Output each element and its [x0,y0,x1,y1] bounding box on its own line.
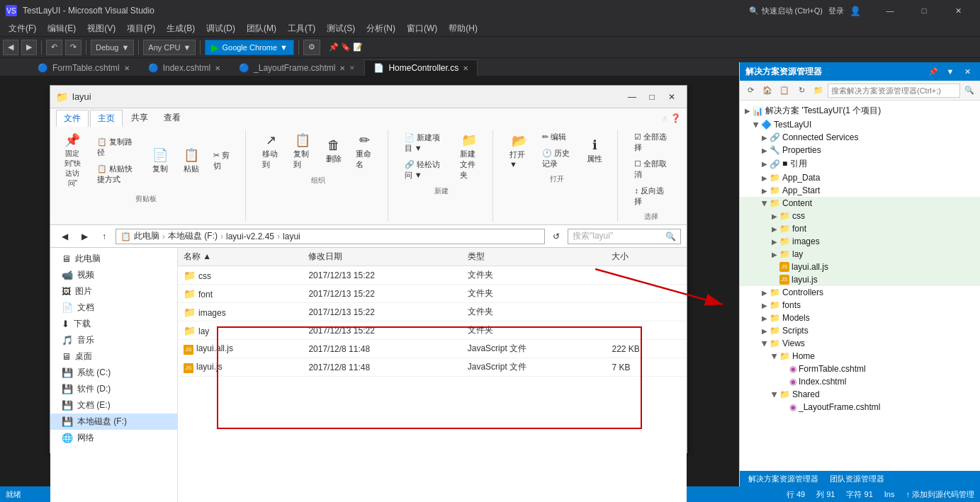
status-ready[interactable]: 就绪 [6,489,21,500]
tree-models[interactable]: ▶ 📁 Models [740,312,980,324]
sidebar-network[interactable]: 🌐 网络 [50,430,177,446]
file-row-layui-all-js[interactable]: JSlayui.all.js 2017/12/8 11:48 JavaScrip… [178,340,687,358]
copy-to-btn[interactable]: 📋 复制到 [288,130,317,173]
pin-quickaccess-btn[interactable]: 📌 固定到"快达访问" [56,130,89,191]
tree-content-layui-js[interactable]: ▶ JS layui.js [740,273,980,286]
new-folder-btn[interactable]: 📁 新建文件夹 [455,130,484,183]
minimize-button[interactable]: — [874,0,906,21]
tree-views-shared[interactable]: ▶ 📁 Shared [740,388,980,401]
sidebar-drive-f[interactable]: 💾 本地磁盘 (F:) [50,413,177,430]
forward-btn[interactable]: ▶ [21,40,37,55]
address-path[interactable]: 📋 此电脑 › 本地磁盘 (F:) › layui-v2.2.45 › layu… [116,229,545,244]
tab-close-homecontroller[interactable]: ✕ [463,64,468,72]
rename-btn[interactable]: ✏ 重命名 [351,130,379,173]
tree-formtable-cshtml[interactable]: ▶ ◉ FormTable.cshtml [740,363,980,375]
menu-project[interactable]: 项目(P) [121,21,161,36]
se-pin-btn[interactable]: 📌 [926,64,940,79]
move-to-btn[interactable]: ↗ 移动到 [257,130,286,173]
tree-project[interactable]: ▶ 🔷 TestLayUI [740,118,980,131]
up-nav-btn[interactable]: ↑ [96,228,113,245]
status-add-source[interactable]: ↑ 添加到源代码管理 [906,489,974,500]
tab-close-layout[interactable]: ✕ [339,64,345,72]
tree-layoutframe-cshtml[interactable]: ▶ ◉ _LayoutFrame.cshtml [740,401,980,413]
se-close-btn[interactable]: ✕ [960,64,974,79]
tree-content-images[interactable]: ▶ 📁 images [740,235,980,248]
col-type[interactable]: 类型 [462,248,607,266]
se-expand-btn[interactable]: ▼ [943,64,957,79]
sidebar-pictures[interactable]: 🖼 图片 [50,283,177,300]
attributes-btn[interactable]: ℹ 属性 [580,135,609,167]
back-nav-btn[interactable]: ◀ [56,228,73,245]
tree-references[interactable]: ▶ 🔗 ■ 引用 [740,156,980,171]
tree-app-start[interactable]: ▶ 📁 App_Start [740,184,980,197]
file-row-font[interactable]: 📁font 2017/12/13 15:22 文件夹 [178,285,687,303]
status-line[interactable]: 行 49 [787,489,805,500]
tab-homecontroller[interactable]: 📄 HomeController.cs ✕ [364,59,478,76]
tree-scripts[interactable]: ▶ 📁 Scripts [740,324,980,337]
undo-btn[interactable]: ↶ [46,40,62,55]
tab-layoutframe[interactable]: 🔵 _LayoutFrame.cshtml ✕ ✕ [230,59,364,76]
sidebar-downloads[interactable]: ⬇ 下载 [50,316,177,332]
history-btn[interactable]: 🕐 历史记录 [537,146,578,171]
forward-nav-btn[interactable]: ▶ [76,228,93,245]
ribbon-collapse[interactable]: ∧ ❓ [662,110,681,127]
tab-index[interactable]: 🔵 Index.cshtml ✕ [139,59,230,76]
tree-connected-services[interactable]: ▶ 🔗 Connected Services [740,131,980,144]
tree-app-data[interactable]: ▶ 📁 App_Data [740,171,980,184]
se-refresh-btn[interactable]: ↻ [794,83,809,98]
sidebar-desktop[interactable]: 🖥 桌面 [50,348,177,365]
tree-controllers[interactable]: ▶ 📁 Controllers [740,286,980,299]
col-date[interactable]: 修改日期 [303,248,461,266]
close-button[interactable]: ✕ [942,0,974,21]
invert-select-btn[interactable]: ↕ 反向选择 [629,183,672,209]
se-search-input[interactable] [828,84,960,98]
se-sync-btn[interactable]: ⟳ [743,83,758,98]
status-col[interactable]: 列 91 [816,489,835,500]
copy-btn[interactable]: 📄 复制 [146,144,174,177]
tab-close-index[interactable]: ✕ [215,64,220,72]
menu-window[interactable]: 窗口(W) [401,21,443,36]
tree-content[interactable]: ▶ 📁 Content [740,197,980,210]
file-row-images[interactable]: 📁images 2017/12/13 15:22 文件夹 [178,303,687,321]
cut-btn[interactable]: ✂ 剪切 [208,148,236,173]
refresh-btn[interactable]: ↺ [548,228,565,245]
redo-btn[interactable]: ↷ [65,40,81,55]
sidebar-docs[interactable]: 📄 文档 [50,300,177,316]
easy-access-btn[interactable]: 🔗 轻松访问 ▼ [400,157,452,183]
status-char[interactable]: 字符 91 [846,489,872,500]
sidebar-drive-c[interactable]: 💾 系统 (C:) [50,365,177,381]
tab-close-formtable[interactable]: ✕ [124,64,130,72]
tree-content-css[interactable]: ▶ 📁 css [740,210,980,222]
menu-view[interactable]: 视图(V) [81,21,121,36]
maximize-button[interactable]: □ [908,0,940,21]
sidebar-music[interactable]: 🎵 音乐 [50,332,177,348]
debug-mode-dropdown[interactable]: Debug ▼ [91,40,134,55]
select-all-btn[interactable]: ☑ 全部选择 [629,130,672,155]
open-btn[interactable]: 📂 打开 ▼ [505,130,534,171]
delete-btn[interactable]: 🗑 删除 [320,135,348,167]
se-status-solution[interactable]: 解决方案资源管理器 [745,474,821,484]
sidebar-drive-d[interactable]: 💾 软件 (D:) [50,381,177,397]
ribbon-tab-view[interactable]: 查看 [157,110,188,127]
menu-debug[interactable]: 调试(D) [201,21,241,36]
tree-content-layui-all-js[interactable]: ▶ JS layui.all.js [740,261,980,273]
se-search-btn[interactable]: 🔍 [962,83,977,98]
deselect-all-btn[interactable]: ☐ 全部取消 [629,156,672,182]
explorer-close[interactable]: ✕ [663,88,681,106]
quick-launch[interactable]: 🔍 快速启动 (Ctrl+Q) [749,6,823,16]
sidebar-pc[interactable]: 🖥 此电脑 [50,251,177,267]
file-row-lay[interactable]: 📁lay 2017/12/13 15:22 文件夹 [178,321,687,340]
se-home-btn[interactable]: 🏠 [760,83,775,98]
sidebar-video[interactable]: 📹 视频 [50,267,177,283]
login-btn[interactable]: 登录 [828,6,844,16]
user-icon[interactable]: 👤 [850,6,861,16]
tree-views-home[interactable]: ▶ 📁 Home [740,350,980,363]
menu-edit[interactable]: 编辑(E) [42,21,81,36]
paste-shortcut-btn[interactable]: 📋 粘贴快捷方式 [92,161,144,187]
explorer-minimize[interactable]: — [623,88,641,106]
col-size[interactable]: 大小 [606,248,687,266]
tree-content-lay[interactable]: ▶ 📁 lay [740,248,980,261]
run-button[interactable]: ▶ Google Chrome ▼ [205,40,294,55]
menu-build[interactable]: 生成(B) [161,21,201,36]
se-props-btn[interactable]: 📋 [777,83,792,98]
